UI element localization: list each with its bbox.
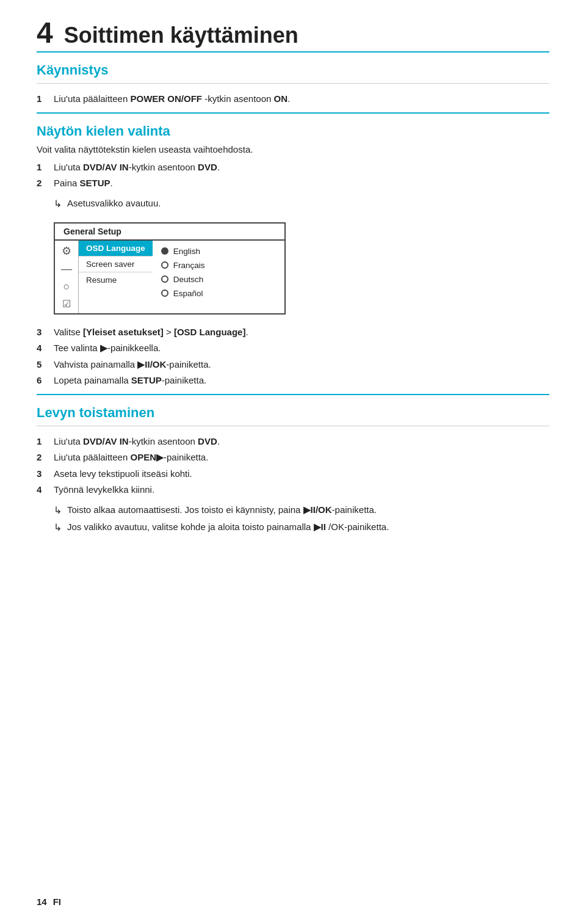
kaynistys-heading: Käynnistys xyxy=(37,62,549,78)
levyn-step-1-content: Liu'uta DVD/AV IN-kytkin asentoon DVD. xyxy=(54,435,549,449)
levyn-step-3: 3 Aseta levy tekstipuoli itseäsi kohti. xyxy=(37,467,549,481)
nayton-step-2-content: Paina SETUP. xyxy=(54,176,549,191)
nayton-top-divider xyxy=(37,112,549,114)
levyn-steps: 1 Liu'uta DVD/AV IN-kytkin asentoon DVD.… xyxy=(37,435,549,497)
arrow-symbol-3: ↳ xyxy=(54,520,67,535)
arrow-asetusvalikko: ↳ Asetusvalikko avautuu. xyxy=(54,197,549,211)
osd-lang-espanol: Español xyxy=(161,286,205,300)
step-1-content: Liu'uta päälaitteen POWER ON/OFF -kytkin… xyxy=(54,92,549,106)
nayton-kielen-intro: Voit valita näyttötekstin kielen useasta… xyxy=(37,144,549,155)
levyn-step-4: 4 Työnnä levykelkka kiinni. xyxy=(37,483,549,497)
osd-language-options: English Français Deutsch Español xyxy=(153,241,214,313)
osd-items-column: OSD Language Screen saver Resume xyxy=(79,241,153,313)
minus-icon: — xyxy=(61,263,72,275)
nayton-step-1-content: Liu'uta DVD/AV IN-kytkin asentoon DVD. xyxy=(54,161,549,175)
kaynistys-steps: 1 Liu'uta päälaitteen POWER ON/OFF -kytk… xyxy=(37,92,549,106)
lang-francais: Français xyxy=(173,261,205,270)
radio-espanol-empty xyxy=(161,289,168,297)
levyn-toistaminen-heading: Levyn toistaminen xyxy=(37,405,549,421)
nayton-step-6: 6 Lopeta painamalla SETUP-painiketta. xyxy=(37,374,549,388)
lang-english: English xyxy=(173,247,200,256)
check-icon: ☑ xyxy=(62,298,71,310)
nayton-s5-bold: ▶II/OK xyxy=(137,359,166,369)
levyn-step-num-1: 1 xyxy=(37,435,54,449)
nayton-s3-bold2: [OSD Language] xyxy=(174,327,246,337)
footer-language: FI xyxy=(53,897,61,907)
nayton-step-4-content: Tee valinta ▶-painikkeella. xyxy=(54,341,549,355)
osd-lang-english: English xyxy=(161,244,205,258)
lang-espanol: Español xyxy=(173,289,203,298)
nayton-step-5-content: Vahvista painamalla ▶II/OK-painiketta. xyxy=(54,358,549,372)
chapter-heading: 4 Soittimen käyttäminen xyxy=(37,18,549,48)
nayton-kielen-heading: Näytön kielen valinta xyxy=(37,123,549,139)
osd-icon-column: ⚙ — ○ ☑ xyxy=(55,241,79,313)
nayton-step-3-content: Valitse [Yleiset asetukset] > [OSD Langu… xyxy=(54,326,549,340)
footer-page-number: 14 xyxy=(37,897,47,907)
osd-lang-deutsch: Deutsch xyxy=(161,272,205,286)
nayton-step-num-6: 6 xyxy=(37,374,54,388)
chapter-number: 4 xyxy=(37,18,53,48)
nayton-step-4: 4 Tee valinta ▶-painikkeella. xyxy=(37,341,549,355)
levyn-s1-bold1: DVD/AV IN xyxy=(83,436,129,446)
nayton-step-1: 1 Liu'uta DVD/AV IN-kytkin asentoon DVD. xyxy=(37,161,549,175)
osd-item-resume: Resume xyxy=(79,272,153,288)
levyn-toistaminen-section: Levyn toistaminen 1 Liu'uta DVD/AV IN-ky… xyxy=(37,405,549,535)
nayton-s1-bold1: DVD/AV IN xyxy=(83,162,129,172)
nayton-s3-bold1: [Yleiset asetukset] xyxy=(83,327,164,337)
nayton-step-num-5: 5 xyxy=(37,358,54,372)
osd-title: General Setup xyxy=(55,224,284,241)
nayton-step-num-3: 3 xyxy=(37,326,54,340)
levyn-a1-bold: ▶II/OK xyxy=(303,504,332,515)
nayton-kielen-steps1: 1 Liu'uta DVD/AV IN-kytkin asentoon DVD.… xyxy=(37,161,549,191)
page-footer: 14 FI xyxy=(37,897,61,907)
nayton-step-6-content: Lopeta painamalla SETUP-painiketta. xyxy=(54,374,549,388)
levyn-divider xyxy=(37,426,549,426)
levyn-step-4-content: Työnnä levykelkka kiinni. xyxy=(54,483,549,497)
nayton-steps-3-6: 3 Valitse [Yleiset asetukset] > [OSD Lan… xyxy=(37,326,549,388)
nayton-step-num-2: 2 xyxy=(37,176,54,191)
lang-deutsch: Deutsch xyxy=(173,275,204,284)
osd-lang-francais: Français xyxy=(161,258,205,272)
levyn-arrow-2-text: Jos valikko avautuu, valitse kohde ja al… xyxy=(67,520,389,534)
step-1: 1 Liu'uta päälaitteen POWER ON/OFF -kytk… xyxy=(37,92,549,106)
levyn-top-divider xyxy=(37,394,549,395)
levyn-step-num-3: 3 xyxy=(37,467,54,481)
arrow-asetusvalikko-text: Asetusvalikko avautuu. xyxy=(67,197,161,211)
kaynistys-section: Käynnistys 1 Liu'uta päälaitteen POWER O… xyxy=(37,62,549,106)
nayton-s4-symbol: ▶ xyxy=(100,343,107,353)
nayton-s1-bold2: DVD xyxy=(198,162,217,172)
radio-deutsch-empty xyxy=(161,275,168,283)
levyn-step-3-content: Aseta levy tekstipuoli itseäsi kohti. xyxy=(54,467,549,481)
nayton-step-2: 2 Paina SETUP. xyxy=(37,176,549,191)
nayton-step-num-4: 4 xyxy=(37,341,54,355)
kaynistys-divider xyxy=(37,83,549,84)
arrow-symbol-2: ↳ xyxy=(54,503,67,518)
nayton-kielen-section: Näytön kielen valinta Voit valita näyttö… xyxy=(37,123,549,388)
levyn-arrow-1: ↳ Toisto alkaa automaattisesti. Jos tois… xyxy=(54,503,549,518)
radio-francais-empty xyxy=(161,261,168,269)
arrow-symbol-1: ↳ xyxy=(54,197,67,211)
levyn-s2-bold: OPEN▶ xyxy=(130,452,164,462)
nayton-step-3: 3 Valitse [Yleiset asetukset] > [OSD Lan… xyxy=(37,326,549,340)
nayton-step-5: 5 Vahvista painamalla ▶II/OK-painiketta. xyxy=(37,358,549,372)
levyn-step-2-content: Liu'uta päälaitteen OPEN▶-painiketta. xyxy=(54,451,549,465)
levyn-step-num-4: 4 xyxy=(37,483,54,497)
osd-menu-body: ⚙ — ○ ☑ OSD Language Screen saver Resume… xyxy=(55,241,284,313)
nayton-step-num-1: 1 xyxy=(37,161,54,175)
osd-item-screen-saver: Screen saver xyxy=(79,256,153,272)
chapter-title: Soittimen käyttäminen xyxy=(64,23,298,48)
circle-icon: ○ xyxy=(63,280,70,293)
levyn-arrow-1-text: Toisto alkaa automaattisesti. Jos toisto… xyxy=(67,503,377,517)
osd-item-osd-language: OSD Language xyxy=(79,241,153,256)
levyn-step-1: 1 Liu'uta DVD/AV IN-kytkin asentoon DVD. xyxy=(37,435,549,449)
step-1-bold2: ON xyxy=(274,93,288,104)
step-1-bold1: POWER ON/OFF xyxy=(130,93,202,104)
chapter-divider xyxy=(37,51,549,53)
nayton-s6-bold: SETUP xyxy=(131,375,162,385)
levyn-step-2: 2 Liu'uta päälaitteen OPEN▶-painiketta. xyxy=(37,451,549,465)
step-num-1: 1 xyxy=(37,92,54,106)
gear-icon: ⚙ xyxy=(62,244,71,258)
levyn-s1-bold2: DVD xyxy=(198,436,217,446)
levyn-step-num-2: 2 xyxy=(37,451,54,465)
levyn-a2-bold: ▶II xyxy=(314,522,326,532)
